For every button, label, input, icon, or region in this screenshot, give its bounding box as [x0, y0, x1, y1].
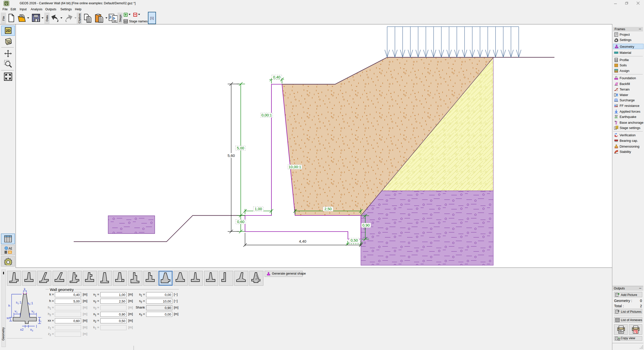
- svg-text:x2: x2: [20, 328, 24, 331]
- svg-text:x1: x1: [38, 318, 42, 323]
- svg-text:s1:1: s1:1: [16, 300, 21, 305]
- svg-text:5,60: 5,60: [227, 153, 235, 158]
- svg-text:3D: 3D: [7, 40, 12, 45]
- svg-text:4,40: 4,40: [299, 239, 306, 243]
- svg-text:s2:1: s2:1: [27, 301, 33, 305]
- svg-text:x3: x3: [30, 328, 33, 332]
- svg-text:2D: 2D: [6, 29, 11, 33]
- svg-text:v2: v2: [31, 309, 34, 314]
- svg-text:Ab: Ab: [9, 246, 12, 250]
- svg-text:10,00:1: 10,00:1: [289, 165, 301, 169]
- svg-text:0,50: 0,50: [350, 238, 358, 242]
- svg-text:0,00:1: 0,00:1: [261, 113, 272, 117]
- svg-text:0,90: 0,90: [362, 223, 370, 227]
- svg-text:xx: xx: [7, 316, 10, 320]
- svg-text:2,50: 2,50: [324, 207, 332, 211]
- svg-text:0,60: 0,60: [237, 220, 244, 224]
- svg-text:5,00: 5,00: [237, 146, 244, 150]
- svg-text:v1: v1: [15, 309, 18, 314]
- svg-text:1,00: 1,00: [255, 207, 262, 211]
- svg-text:k: k: [24, 288, 26, 291]
- svg-text:0,40: 0,40: [273, 75, 280, 79]
- svg-text:2: 2: [616, 126, 618, 128]
- svg-text:h: h: [8, 304, 10, 308]
